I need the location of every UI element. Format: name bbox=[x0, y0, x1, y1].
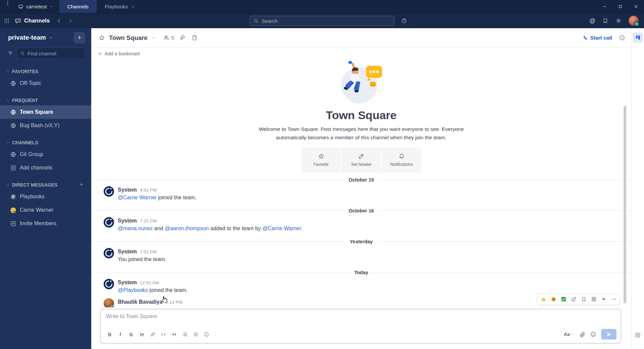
sidebar-item-off-topic[interactable]: Off-Topic bbox=[0, 77, 91, 90]
formatting-help-button[interactable] bbox=[201, 330, 211, 339]
add-channel-button[interactable] bbox=[74, 32, 85, 43]
channel-info-icon[interactable] bbox=[619, 35, 625, 41]
sidebar-item-git-group[interactable]: Git Group bbox=[0, 148, 91, 161]
favorite-channel-icon[interactable] bbox=[99, 35, 105, 41]
italic-button[interactable]: I bbox=[115, 330, 125, 339]
product-menu-button[interactable] bbox=[0, 13, 13, 28]
message-author[interactable]: System bbox=[118, 248, 137, 255]
plus-icon bbox=[77, 35, 82, 40]
server-switcher[interactable]: carrietest bbox=[15, 0, 59, 13]
add-direct-message-button[interactable] bbox=[79, 182, 84, 188]
window-maximize-button[interactable] bbox=[612, 0, 628, 13]
app-bar-apps-button[interactable] bbox=[635, 332, 641, 340]
sidebar-category-favorites[interactable]: FAVORITES bbox=[0, 66, 91, 77]
message-avatar[interactable] bbox=[104, 186, 114, 197]
add-reaction-button[interactable] bbox=[569, 295, 578, 304]
quote-button[interactable] bbox=[169, 330, 179, 339]
chevron-down-icon bbox=[6, 183, 10, 187]
app-bar-boards-button[interactable] bbox=[633, 33, 643, 43]
saved-posts-button[interactable] bbox=[602, 18, 608, 24]
save-message-button[interactable] bbox=[579, 295, 588, 304]
date-label: October 16 bbox=[344, 208, 378, 213]
history-back-button[interactable] bbox=[54, 16, 64, 26]
bold-button[interactable]: B bbox=[105, 330, 115, 339]
check-mark-button[interactable] bbox=[559, 295, 568, 304]
app-menu-icon[interactable] bbox=[0, 0, 15, 6]
add-bookmark-button[interactable]: Add a bookmark bbox=[105, 51, 140, 56]
window-minimize-button[interactable] bbox=[597, 0, 612, 13]
sidebar-item-add-channels[interactable]: Add channels bbox=[0, 161, 91, 174]
titlebar-tab-channels[interactable]: Channels bbox=[59, 0, 97, 13]
start-call-button[interactable]: Start call bbox=[583, 35, 612, 41]
channel-name[interactable]: Town Square bbox=[109, 34, 148, 42]
help-button[interactable] bbox=[400, 16, 409, 25]
intro-action-set-header[interactable]: Set header bbox=[341, 147, 381, 173]
sidebar-category-direct-messages[interactable]: DIRECT MESSAGES bbox=[0, 180, 91, 190]
channel-files-icon[interactable] bbox=[191, 35, 198, 41]
sidebar-category-frequent[interactable]: FREQUENT bbox=[0, 95, 91, 105]
sidebar-item-invite-members[interactable]: Invite Members bbox=[0, 217, 91, 230]
intro-action-favorite[interactable]: Favorite bbox=[301, 147, 341, 173]
message-author[interactable]: System bbox=[118, 217, 137, 224]
globe-icon bbox=[10, 151, 16, 158]
filter-icon[interactable] bbox=[7, 50, 13, 56]
message-author[interactable]: System bbox=[118, 186, 137, 193]
thumbs-up-button[interactable] bbox=[539, 295, 548, 304]
attach-file-button[interactable] bbox=[579, 331, 585, 338]
message-input[interactable]: Write to Town Square bbox=[101, 309, 621, 328]
scrollbar-thumb[interactable] bbox=[624, 106, 626, 303]
strikethrough-button[interactable]: S bbox=[126, 330, 136, 339]
channel-intro: Town Square Welcome to Town Square. Post… bbox=[91, 60, 631, 173]
numbered-list-button[interactable]: 123 bbox=[191, 330, 201, 339]
message-author[interactable]: Bhautik Bavadiya bbox=[118, 298, 162, 305]
heading-button[interactable]: H bbox=[137, 330, 147, 339]
more-actions-button[interactable] bbox=[609, 295, 619, 304]
mention-link[interactable]: @maria.nunez bbox=[118, 226, 153, 231]
settings-button[interactable] bbox=[615, 18, 622, 24]
code-button[interactable] bbox=[158, 330, 168, 339]
message-avatar[interactable] bbox=[104, 279, 114, 289]
pinned-posts-icon[interactable] bbox=[179, 35, 186, 41]
sidebar-item-town-square[interactable]: Town Square bbox=[0, 105, 91, 119]
emoji-picker-button[interactable] bbox=[590, 331, 596, 338]
search-input[interactable]: Search bbox=[250, 16, 394, 26]
sidebar-item-bug-bash-vx-y-[interactable]: Bug Bash (vX.Y) bbox=[0, 119, 91, 132]
mention-link[interactable]: @Playbooks bbox=[118, 287, 148, 293]
sidebar-item-carrie-warner[interactable]: Carrie Warner bbox=[0, 203, 91, 217]
bulleted-list-button[interactable] bbox=[180, 330, 190, 339]
message-row: System7:21 PM@maria.nunez and @aaron.tho… bbox=[91, 215, 631, 235]
message-apps-button[interactable] bbox=[589, 295, 598, 304]
message-avatar[interactable] bbox=[104, 248, 114, 258]
sidebar-item-playbooks[interactable]: Playbooks bbox=[0, 190, 91, 203]
tab-close-icon[interactable] bbox=[131, 5, 135, 9]
show-formatting-button[interactable]: Aa bbox=[564, 332, 574, 337]
message-author[interactable]: System bbox=[118, 279, 137, 286]
reply-button[interactable] bbox=[599, 295, 608, 304]
mention-link[interactable]: @Carrie Warner bbox=[118, 195, 157, 200]
history-forward-button[interactable] bbox=[65, 16, 75, 26]
channel-members-button[interactable]: 5 bbox=[163, 35, 174, 41]
mentions-button[interactable]: @ bbox=[589, 17, 595, 24]
user-avatar[interactable] bbox=[629, 16, 639, 26]
channel-label: Git Group bbox=[20, 151, 43, 157]
message-text-part: Time is 19:50 bbox=[118, 307, 150, 307]
message-avatar[interactable] bbox=[104, 298, 114, 307]
grinning-face-button[interactable] bbox=[549, 295, 558, 304]
send-message-button[interactable] bbox=[601, 329, 616, 340]
titlebar-tab-playbooks[interactable]: Playbooks bbox=[97, 0, 143, 13]
date-divider: October 15 bbox=[91, 176, 631, 184]
link-button[interactable] bbox=[148, 330, 158, 339]
intro-action-notifications[interactable]: Notifications bbox=[382, 147, 421, 173]
channels-product-icon bbox=[15, 18, 21, 24]
sidebar-category-channels[interactable]: CHANNELS bbox=[0, 138, 91, 148]
channel-menu-chevron-icon[interactable] bbox=[152, 36, 156, 40]
divider-line bbox=[377, 241, 631, 242]
mention-link[interactable]: @Carrie Warner bbox=[262, 226, 301, 231]
mention-link[interactable]: @aaron.thompson bbox=[165, 226, 209, 231]
team-menu[interactable]: private-team bbox=[0, 28, 91, 47]
window-close-button[interactable] bbox=[628, 0, 644, 13]
minimize-icon bbox=[602, 4, 607, 9]
message-avatar[interactable] bbox=[104, 217, 114, 228]
find-channel-input[interactable]: Find channel bbox=[16, 48, 85, 59]
globe-icon bbox=[10, 80, 16, 87]
